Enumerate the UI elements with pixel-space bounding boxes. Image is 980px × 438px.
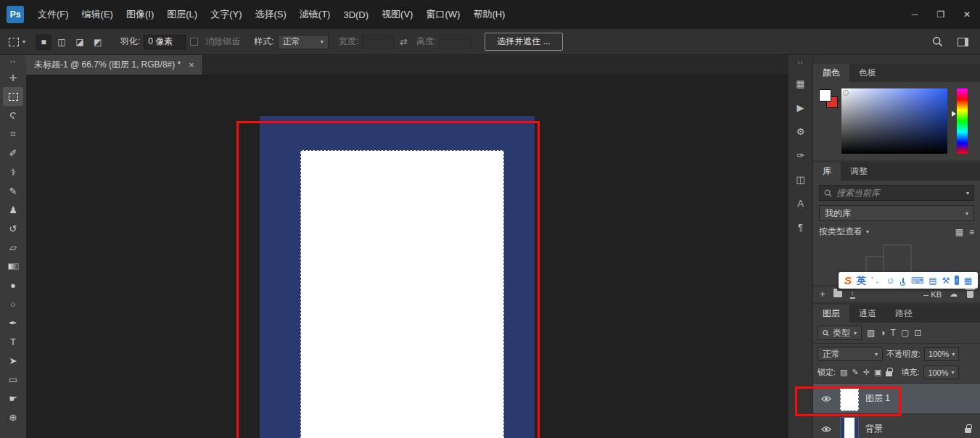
- info-panel-icon[interactable]: ▦: [796, 78, 804, 89]
- ime-toolbar[interactable]: S 英 ’， ☺ ⌨ ▤ ⚒ ↑ ▦: [839, 272, 978, 289]
- smart-object-filter-icon[interactable]: ⊡: [914, 328, 921, 338]
- lock-image-pixels-icon[interactable]: ✎: [852, 368, 858, 377]
- crop-tool[interactable]: ⌗: [3, 125, 23, 144]
- add-library-item-icon[interactable]: +: [820, 289, 825, 299]
- width-input[interactable]: [362, 35, 394, 49]
- height-input[interactable]: [440, 35, 472, 49]
- library-search-input[interactable]: [836, 188, 962, 198]
- document-tab-close-icon[interactable]: ×: [189, 59, 194, 70]
- layer-row-background[interactable]: 背景: [813, 414, 980, 438]
- tab-channels[interactable]: 通道: [849, 305, 886, 323]
- lock-transparent-pixels-icon[interactable]: ▨: [840, 368, 847, 377]
- blend-mode-select[interactable]: 正常 ▾: [818, 347, 883, 361]
- properties-panel-icon[interactable]: ▶: [797, 102, 804, 113]
- layer-thumbnail[interactable]: [840, 417, 859, 438]
- lock-all-icon[interactable]: [886, 371, 892, 376]
- menu-help[interactable]: 帮助(H): [466, 0, 511, 29]
- hand-tool[interactable]: ☛: [3, 389, 23, 408]
- lasso-tool[interactable]: Ϛ: [3, 106, 23, 125]
- lock-position-icon[interactable]: ✛: [863, 368, 870, 377]
- pen-tool[interactable]: ✒: [3, 313, 23, 332]
- color-field-marker[interactable]: [843, 90, 849, 96]
- clipboard-icon[interactable]: ▤: [928, 276, 936, 286]
- eraser-tool[interactable]: ▱: [3, 238, 23, 257]
- blur-tool[interactable]: ●: [3, 276, 23, 294]
- menu-type[interactable]: 文字(Y): [204, 0, 248, 29]
- tab-adjustments[interactable]: 调整: [841, 162, 877, 181]
- menu-file[interactable]: 文件(F): [31, 0, 75, 29]
- workspace-switcher-icon[interactable]: [958, 38, 968, 46]
- ime-punctuation-mode[interactable]: ’，: [871, 275, 881, 286]
- sogou-logo-icon[interactable]: S: [844, 274, 852, 286]
- minimize-button[interactable]: ─: [902, 0, 928, 29]
- tab-color[interactable]: 颜色: [813, 64, 849, 82]
- hue-strip[interactable]: [957, 88, 968, 154]
- select-and-mask-button[interactable]: 选择并遮住 ...: [485, 33, 562, 51]
- search-icon[interactable]: [932, 36, 943, 47]
- layer-filter-select[interactable]: 类型 ▾: [818, 326, 862, 340]
- layer-name[interactable]: 背景: [865, 423, 883, 435]
- tab-layers[interactable]: 图层: [813, 305, 849, 323]
- style-select[interactable]: 正常 ▾: [278, 35, 329, 49]
- maximize-button[interactable]: ❐: [928, 0, 954, 29]
- foreground-background-swatches[interactable]: [818, 88, 841, 119]
- sync-cloud-icon[interactable]: ☁: [950, 289, 958, 299]
- type-tool[interactable]: T: [3, 332, 23, 351]
- menu-image[interactable]: 图像(I): [120, 0, 160, 29]
- microphone-icon[interactable]: [902, 278, 904, 284]
- path-selection-tool[interactable]: ➤: [3, 351, 23, 370]
- menu-layer[interactable]: 图层(L): [160, 0, 204, 29]
- visibility-eye-icon[interactable]: [819, 426, 833, 433]
- move-tool[interactable]: ✛: [3, 68, 23, 87]
- menu-filter[interactable]: 滤镜(T): [293, 0, 337, 29]
- menu-view[interactable]: 视图(V): [375, 0, 419, 29]
- tab-swatches[interactable]: 色板: [849, 64, 886, 82]
- grid-icon[interactable]: ▦: [964, 276, 972, 286]
- intersect-selection-button[interactable]: ◩: [90, 34, 106, 50]
- type-layer-filter-icon[interactable]: T: [891, 328, 896, 338]
- tab-paths[interactable]: 路径: [886, 305, 922, 323]
- upload-arrow-icon[interactable]: ↑: [955, 276, 958, 285]
- canvas-area[interactable]: [26, 75, 788, 438]
- rectangle-tool[interactable]: ▭: [3, 370, 23, 389]
- new-selection-button[interactable]: ■: [36, 34, 52, 50]
- rectangular-marquee-tool[interactable]: [3, 87, 23, 106]
- adjustment-layer-filter-icon[interactable]: ◑: [880, 328, 885, 338]
- close-button[interactable]: ✕: [954, 0, 980, 29]
- hue-slider[interactable]: [957, 88, 968, 155]
- hue-slider-marker[interactable]: [952, 111, 956, 117]
- ime-language-mode[interactable]: 英: [857, 274, 866, 287]
- toolbar-collapse-icon[interactable]: ››: [10, 58, 16, 65]
- antialias-checkbox[interactable]: [190, 38, 198, 46]
- new-group-folder-icon[interactable]: [833, 291, 842, 297]
- brush-tool[interactable]: ✎: [3, 181, 23, 200]
- tab-libraries[interactable]: 库: [813, 162, 841, 181]
- library-search-box[interactable]: ▾: [819, 185, 974, 201]
- tool-preset-picker[interactable]: ▾: [9, 38, 25, 46]
- emoji-icon[interactable]: ☺: [886, 276, 894, 286]
- feather-input[interactable]: [144, 35, 186, 49]
- trash-icon[interactable]: [967, 291, 973, 298]
- fill-select[interactable]: 100% ▾: [923, 365, 958, 379]
- menu-edit[interactable]: 编辑(E): [75, 0, 120, 29]
- gradient-tool[interactable]: [3, 257, 23, 276]
- color-field[interactable]: [841, 88, 947, 154]
- dodge-tool[interactable]: ○: [3, 294, 23, 313]
- lock-artboard-icon[interactable]: ▣: [874, 368, 881, 377]
- list-view-icon[interactable]: ≡: [969, 227, 974, 237]
- menu-3d[interactable]: 3D(D): [337, 0, 375, 29]
- foreground-color-swatch[interactable]: [819, 89, 831, 102]
- history-brush-tool[interactable]: ↺: [3, 219, 23, 238]
- swap-dimensions-icon[interactable]: ⇄: [400, 36, 408, 47]
- menu-select[interactable]: 选择(S): [248, 0, 292, 29]
- document-tab[interactable]: 未标题-1 @ 66.7% (图层 1, RGB/8#) * ×: [26, 55, 203, 75]
- pixel-layer-filter-icon[interactable]: ▨: [867, 328, 875, 338]
- device-preview-panel-icon[interactable]: ⚙: [796, 126, 805, 137]
- clone-stamp-tool[interactable]: ♟: [3, 200, 23, 219]
- subtract-from-selection-button[interactable]: ◪: [72, 34, 88, 50]
- grid-view-icon[interactable]: ▦: [955, 227, 963, 237]
- brush-settings-panel-icon[interactable]: ✑: [796, 150, 804, 161]
- shape-layer-filter-icon[interactable]: ▢: [901, 328, 909, 338]
- character-panel-icon[interactable]: A: [797, 198, 804, 209]
- upload-icon[interactable]: ↑: [850, 290, 855, 299]
